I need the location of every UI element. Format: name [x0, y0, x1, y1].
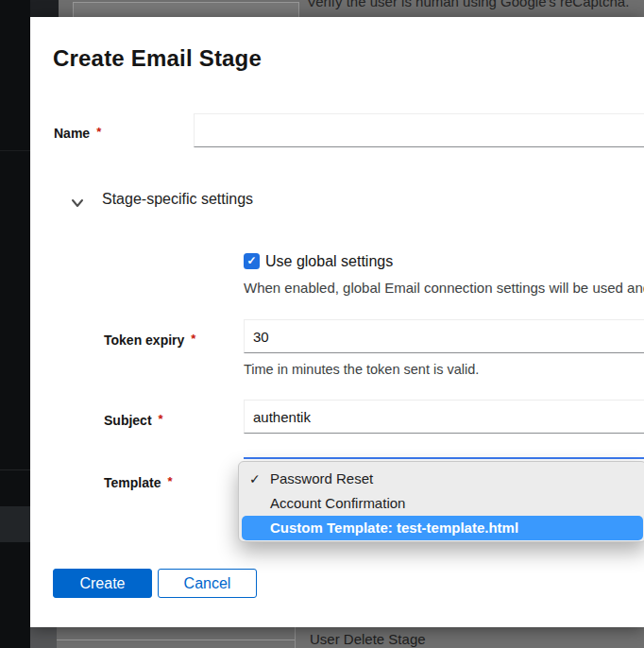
template-dropdown-menu: ✓ Password Reset Account Confirmation Cu…	[238, 461, 644, 542]
app-sidebar	[0, 0, 30, 648]
template-label: Template*	[104, 475, 173, 490]
chevron-down-icon[interactable]	[71, 195, 84, 204]
use-global-settings-label[interactable]: Use global settings	[265, 253, 393, 270]
name-label: Name*	[54, 126, 101, 141]
sidebar-divider	[0, 150, 30, 151]
backdrop-stage-name-text: User Delete Stage	[310, 631, 426, 647]
dropdown-option-password-reset[interactable]: ✓ Password Reset	[239, 467, 644, 491]
subject-label-text: Subject	[104, 413, 152, 428]
token-expiry-label: Token expiry*	[104, 333, 195, 348]
template-select-focus-border	[244, 457, 644, 459]
required-asterisk: *	[191, 332, 195, 346]
dropdown-option-label: Password Reset	[270, 467, 373, 491]
template-label-text: Template	[104, 475, 161, 490]
backdrop-recaptcha-text: Verify the user is human using Google's …	[307, 0, 629, 9]
required-asterisk: *	[159, 412, 163, 426]
dropdown-option-account-confirmation[interactable]: Account Confirmation	[239, 491, 644, 516]
token-expiry-input[interactable]	[244, 319, 644, 353]
dropdown-option-custom-template[interactable]: Custom Template: test-template.html	[242, 516, 643, 540]
subject-label: Subject*	[104, 413, 163, 428]
dropdown-option-label: Custom Template: test-template.html	[270, 516, 518, 540]
selected-check-icon: ✓	[249, 467, 264, 491]
check-icon: ✓	[246, 254, 256, 267]
token-expiry-label-text: Token expiry	[104, 333, 184, 348]
modal-title: Create Email Stage	[53, 45, 262, 72]
cancel-button[interactable]: Cancel	[158, 569, 257, 598]
backdrop-column-divider	[295, 627, 296, 648]
backdrop-table-cell	[73, 2, 299, 17]
backdrop-row-divider	[57, 639, 295, 640]
subject-input[interactable]	[244, 400, 644, 434]
section-header-stage-specific-settings[interactable]: Stage-specific settings	[102, 191, 253, 208]
dropdown-option-label: Account Confirmation	[270, 491, 405, 516]
use-global-settings-checkbox[interactable]: ✓	[244, 253, 260, 269]
create-button[interactable]: Create	[53, 569, 152, 598]
backdrop-top-strip: Verify the user is human using Google's …	[30, 0, 644, 17]
backdrop-bottom-strip: User Delete Stage	[30, 627, 644, 648]
backdrop-select-column	[30, 627, 57, 648]
use-global-settings-help: When enabled, global Email connection se…	[244, 280, 644, 296]
token-expiry-help: Time in minutes the token sent is valid.	[244, 362, 479, 377]
sidebar-divider	[0, 469, 30, 470]
backdrop-table-cell-dark	[30, 0, 59, 17]
required-asterisk: *	[96, 125, 101, 139]
create-email-stage-modal: Create Email Stage Name* Stage-specific …	[30, 17, 644, 627]
name-input[interactable]	[194, 113, 644, 147]
name-label-text: Name	[54, 126, 90, 141]
required-asterisk: *	[167, 474, 172, 488]
app-screen: Verify the user is human using Google's …	[0, 0, 644, 648]
sidebar-active-item	[0, 506, 30, 542]
